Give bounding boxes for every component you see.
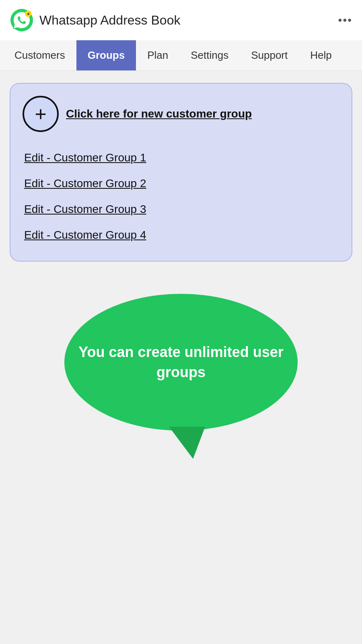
nav-plan[interactable]: Plan xyxy=(136,40,179,70)
navigation: Customers Groups Plan Settings Support H… xyxy=(0,40,362,71)
promo-bubble: You can create unlimited user groups xyxy=(64,294,298,431)
svg-text:★: ★ xyxy=(27,12,30,16)
groups-card: + Click here for new customer group Edit… xyxy=(10,83,352,262)
header: ★ Whatsapp Address Book ••• xyxy=(0,0,362,40)
app-logo: ★ xyxy=(10,8,34,32)
plus-icon: + xyxy=(35,104,46,124)
group-link-3[interactable]: Edit - Customer Group 3 xyxy=(24,198,339,221)
new-group-label: Click here for new customer group xyxy=(66,107,252,120)
nav-settings[interactable]: Settings xyxy=(179,40,240,70)
group-links-list: Edit - Customer Group 1 Edit - Customer … xyxy=(23,147,339,246)
plus-circle-icon: + xyxy=(23,96,59,132)
main-content: + Click here for new customer group Edit… xyxy=(0,71,362,443)
nav-customers[interactable]: Customers xyxy=(3,40,76,70)
menu-button[interactable]: ••• xyxy=(338,14,352,27)
promo-bubble-text: You can create unlimited user groups xyxy=(76,342,286,383)
promo-bubble-container: You can create unlimited user groups xyxy=(10,294,352,431)
app-title: Whatsapp Address Book xyxy=(39,13,180,28)
nav-help[interactable]: Help xyxy=(299,40,343,70)
group-link-2[interactable]: Edit - Customer Group 2 xyxy=(24,172,339,195)
header-left: ★ Whatsapp Address Book xyxy=(10,8,180,32)
nav-groups[interactable]: Groups xyxy=(76,40,136,70)
nav-support[interactable]: Support xyxy=(240,40,299,70)
group-link-1[interactable]: Edit - Customer Group 1 xyxy=(24,147,339,169)
new-group-button[interactable]: + Click here for new customer group xyxy=(23,96,339,132)
group-link-4[interactable]: Edit - Customer Group 4 xyxy=(24,224,339,246)
